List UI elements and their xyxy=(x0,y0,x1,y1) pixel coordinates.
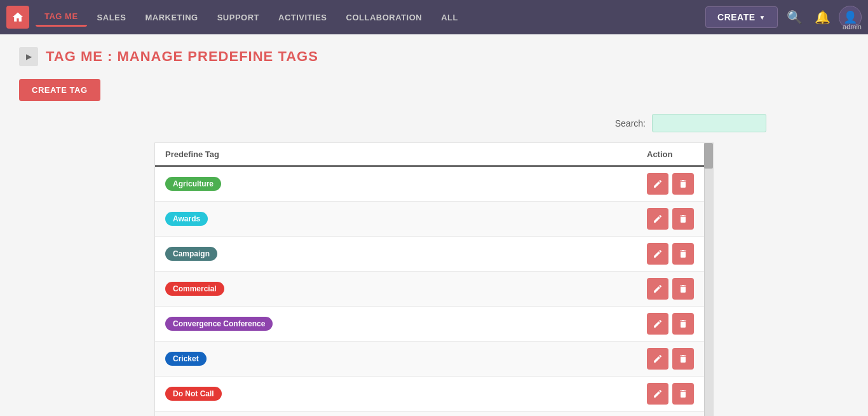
nav-marketing[interactable]: MARKETING xyxy=(136,9,207,26)
action-cell xyxy=(637,412,713,417)
tag-cell: Campaign xyxy=(155,237,637,272)
tag-cell: Cricket xyxy=(155,342,637,377)
tag-badge: Convergence Conference xyxy=(165,317,273,331)
tag-badge: Awards xyxy=(165,212,208,226)
nav-right-controls: CREATE ▼ 🔍 🔔 👤 xyxy=(705,6,862,29)
action-cell xyxy=(637,307,713,342)
tag-table-container: Predefine Tag Action AgricultureAwardsCa… xyxy=(19,142,849,416)
tag-badge: Agriculture xyxy=(165,177,221,191)
nav-all[interactable]: ALL xyxy=(432,9,467,26)
table-row: Convergence Conference xyxy=(155,307,713,342)
edit-button[interactable] xyxy=(647,278,668,300)
action-buttons xyxy=(647,348,703,370)
nav-sales[interactable]: SALES xyxy=(88,9,135,26)
table-header: Predefine Tag Action xyxy=(155,143,713,166)
table-row: Commercial xyxy=(155,272,713,307)
search-bar: Search: xyxy=(19,114,849,132)
tag-cell: Commercial xyxy=(155,272,637,307)
nav-items: TAG ME SALES MARKETING SUPPORT ACTIVITIE… xyxy=(36,8,705,27)
bell-icon: 🔔 xyxy=(815,10,831,25)
notifications-button[interactable]: 🔔 xyxy=(811,6,834,29)
nav-tag-me[interactable]: TAG ME xyxy=(36,8,87,27)
tag-table: Predefine Tag Action AgricultureAwardsCa… xyxy=(155,143,713,416)
action-buttons xyxy=(647,383,703,405)
nav-collaboration[interactable]: COLLABORATION xyxy=(337,9,431,26)
page-content: ▶ TAG ME : MANAGE PREDEFINE TAGS CREATE … xyxy=(0,34,868,416)
create-label: CREATE xyxy=(717,12,756,22)
col-action: Action xyxy=(637,143,713,166)
tag-cell: Do Not Call xyxy=(155,377,637,412)
page-title: TAG ME : MANAGE PREDEFINE TAGS xyxy=(46,48,318,65)
scrollbar-thumb[interactable] xyxy=(704,143,713,169)
scrollbar-track[interactable] xyxy=(704,143,713,416)
action-cell xyxy=(637,342,713,377)
action-buttons xyxy=(647,243,703,265)
table-row: Do Not Call xyxy=(155,377,713,412)
create-dropdown-arrow: ▼ xyxy=(759,14,766,21)
action-cell xyxy=(637,377,713,412)
page-title-prefix: TAG ME : xyxy=(46,48,117,64)
action-buttons xyxy=(647,313,703,335)
table-row: Agriculture xyxy=(155,166,713,202)
action-buttons xyxy=(647,278,703,300)
table-row: Cricket xyxy=(155,342,713,377)
user-icon: 👤 xyxy=(843,10,857,24)
edit-button[interactable] xyxy=(647,243,668,265)
table-row: Campaign xyxy=(155,237,713,272)
nav-support[interactable]: SUPPORT xyxy=(208,9,268,26)
delete-button[interactable] xyxy=(672,348,694,370)
play-button[interactable]: ▶ xyxy=(19,47,38,66)
action-cell xyxy=(637,166,713,202)
tag-table-body: AgricultureAwardsCampaignCommercialConve… xyxy=(155,166,713,416)
action-cell xyxy=(637,237,713,272)
tag-badge: Commercial xyxy=(165,282,224,296)
delete-button[interactable] xyxy=(672,208,694,230)
search-label: Search: xyxy=(615,118,646,128)
action-buttons xyxy=(647,208,703,230)
play-icon: ▶ xyxy=(26,52,32,61)
page-header: ▶ TAG ME : MANAGE PREDEFINE TAGS xyxy=(19,47,849,66)
search-input[interactable] xyxy=(652,114,766,132)
table-row: Educational xyxy=(155,412,713,417)
tag-cell: Educational xyxy=(155,412,637,417)
nav-activities[interactable]: ACTIVITIES xyxy=(269,9,336,26)
edit-button[interactable] xyxy=(647,348,668,370)
create-button[interactable]: CREATE ▼ xyxy=(705,6,778,28)
search-nav-icon: 🔍 xyxy=(787,10,803,25)
edit-button[interactable] xyxy=(647,208,668,230)
table-row: Awards xyxy=(155,202,713,237)
tag-table-wrapper: Predefine Tag Action AgricultureAwardsCa… xyxy=(154,142,714,416)
edit-button[interactable] xyxy=(647,383,668,405)
delete-button[interactable] xyxy=(672,383,694,405)
home-button[interactable] xyxy=(6,6,29,29)
col-predefine-tag: Predefine Tag xyxy=(155,143,637,166)
tag-badge: Campaign xyxy=(165,247,217,261)
admin-label: admin xyxy=(843,23,862,31)
tag-cell: Convergence Conference xyxy=(155,307,637,342)
tag-cell: Awards xyxy=(155,202,637,237)
delete-button[interactable] xyxy=(672,243,694,265)
delete-button[interactable] xyxy=(672,173,694,195)
top-navigation: TAG ME SALES MARKETING SUPPORT ACTIVITIE… xyxy=(0,0,868,34)
action-cell xyxy=(637,272,713,307)
tag-cell: Agriculture xyxy=(155,166,637,202)
delete-button[interactable] xyxy=(672,278,694,300)
tag-badge: Cricket xyxy=(165,352,207,366)
edit-button[interactable] xyxy=(647,173,668,195)
edit-button[interactable] xyxy=(647,313,668,335)
delete-button[interactable] xyxy=(672,313,694,335)
action-cell xyxy=(637,202,713,237)
page-title-main: MANAGE PREDEFINE TAGS xyxy=(117,48,318,64)
action-buttons xyxy=(647,173,703,195)
tag-badge: Do Not Call xyxy=(165,387,222,401)
create-tag-button[interactable]: CREATE TAG xyxy=(19,79,100,101)
search-nav-button[interactable]: 🔍 xyxy=(783,6,806,29)
